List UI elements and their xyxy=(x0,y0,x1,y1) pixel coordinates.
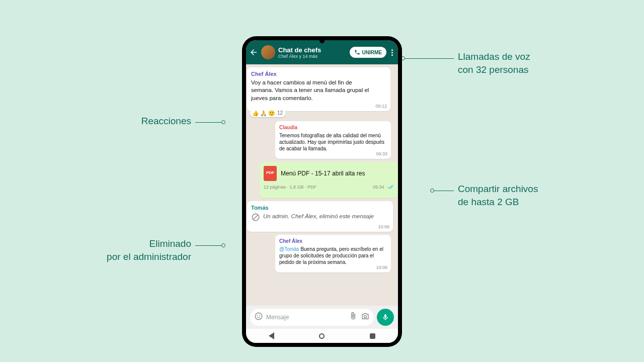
chat-subtitle: Chef Álex y 14 más xyxy=(278,54,347,59)
file-name: Menú PDF - 15-17 abril alta res xyxy=(281,169,365,177)
nav-back-icon[interactable] xyxy=(269,332,274,339)
reaction-emoji: 👍 xyxy=(252,110,259,117)
callout-reactions: Reacciones xyxy=(91,115,191,128)
message-time: 10:06 xyxy=(376,264,387,270)
sender-label: Chef Álex xyxy=(251,70,386,78)
reaction-bubble[interactable]: 👍 🙏 🙂 12 xyxy=(250,109,286,118)
camera-icon[interactable] xyxy=(361,312,370,323)
message-time: 09:34 xyxy=(373,185,384,190)
menu-icon[interactable] xyxy=(389,47,395,58)
chat-title-block[interactable]: Chat de chefs Chef Álex y 14 más xyxy=(278,46,347,59)
connector-deleted xyxy=(195,243,225,247)
sender-label: Chef Álex xyxy=(279,238,387,245)
mention: @Tomás xyxy=(279,246,299,252)
reaction-emoji: 🙂 xyxy=(268,110,275,117)
join-label: UNIRME xyxy=(362,50,382,55)
message-input[interactable]: Mensaje xyxy=(250,309,374,326)
input-placeholder: Mensaje xyxy=(266,314,346,321)
message-text: Tenemos fotografías de alta calidad del … xyxy=(279,132,387,152)
svg-point-2 xyxy=(255,313,262,320)
attach-icon[interactable] xyxy=(349,312,358,323)
nav-recent-icon[interactable] xyxy=(370,333,375,339)
read-ticks-icon xyxy=(387,185,394,190)
message-text: Voy a hacer cambios al menú del fin de s… xyxy=(251,79,386,103)
pdf-icon: PDF xyxy=(264,166,277,181)
emoji-icon[interactable] xyxy=(254,312,263,323)
callout-voice: Llamadas de voz con 32 personas xyxy=(458,50,530,76)
reaction-count: 12 xyxy=(277,110,283,117)
message-claudia[interactable]: Claudia Tenemos fotografías de alta cali… xyxy=(275,121,391,159)
group-avatar[interactable] xyxy=(261,45,275,59)
callout-share: Compartir archivos de hasta 2 GB xyxy=(458,183,538,208)
chat-body[interactable]: Chef Álex Voy a hacer cambios al menú de… xyxy=(246,64,398,306)
connector-reactions xyxy=(195,120,225,124)
mic-button[interactable] xyxy=(377,309,394,326)
join-call-button[interactable]: UNIRME xyxy=(350,47,386,58)
composer-bar: Mensaje xyxy=(246,306,398,329)
phone-screen: Chat de chefs Chef Álex y 14 más UNIRME … xyxy=(246,40,398,343)
svg-point-5 xyxy=(364,315,367,318)
phone-notch xyxy=(319,38,325,43)
message-chef-alex-1[interactable]: Chef Álex Voy a hacer cambios al menú de… xyxy=(247,67,390,111)
chat-toolbar: Chat de chefs Chef Álex y 14 más UNIRME xyxy=(246,40,398,64)
message-time: 09:33 xyxy=(376,151,387,157)
android-navbar xyxy=(246,329,398,343)
svg-line-1 xyxy=(254,215,258,219)
phone-icon xyxy=(354,49,360,55)
connector-voice xyxy=(401,56,454,60)
phone-frame: Chat de chefs Chef Álex y 14 más UNIRME … xyxy=(242,36,402,347)
message-file-attachment[interactable]: PDF Menú PDF - 15-17 abril alta res 12 p… xyxy=(260,162,398,198)
message-time: 10:06 xyxy=(378,224,389,230)
blocked-icon xyxy=(251,213,260,224)
callout-deleted: Eliminado por el administrador xyxy=(75,237,191,263)
message-text: @Tomás Buena pregunta, pero escríbelo en… xyxy=(279,246,387,265)
svg-point-4 xyxy=(259,315,260,316)
message-deleted[interactable]: Tomás Un admin. Chef Álex, eliminó este … xyxy=(247,201,393,232)
nav-home-icon[interactable] xyxy=(319,333,325,339)
deleted-text: Un admin. Chef Álex, eliminó este mensaj… xyxy=(263,213,374,220)
connector-share xyxy=(430,189,454,193)
message-chef-alex-2[interactable]: Chef Álex @Tomás Buena pregunta, pero es… xyxy=(275,235,391,273)
chat-title: Chat de chefs xyxy=(278,46,347,54)
reaction-emoji: 🙏 xyxy=(260,110,267,117)
sender-label: Claudia xyxy=(279,124,387,131)
back-icon[interactable] xyxy=(249,48,258,57)
sender-label: Tomás xyxy=(251,204,389,212)
message-time: 09:12 xyxy=(375,103,387,109)
file-meta: 12 páginas · 1,8 GB · PDF xyxy=(264,184,316,190)
svg-point-3 xyxy=(257,315,258,316)
